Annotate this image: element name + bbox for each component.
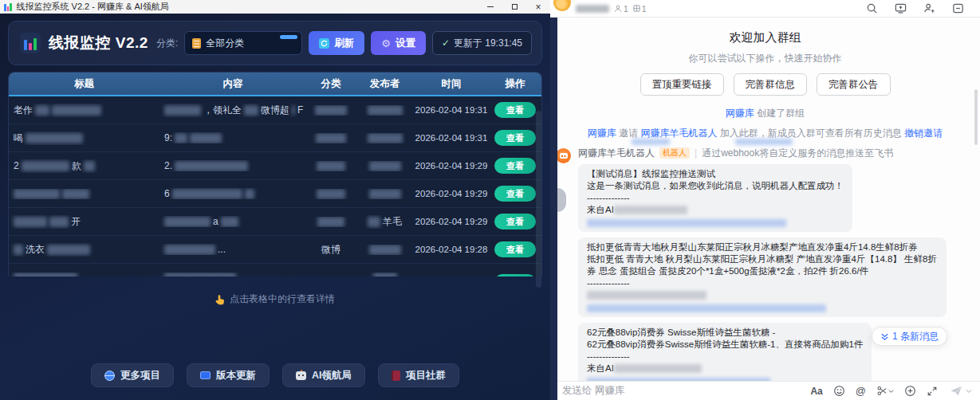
font-style-icon[interactable]: Aa	[810, 386, 822, 397]
message-bubble: 【测试消息】线报监控推送测试这是一条测试消息，如果您收到此消息，说明机器人配置成…	[578, 164, 852, 232]
version-update-button[interactable]: 版本更新	[187, 363, 270, 387]
emoji-icon[interactable]	[833, 385, 845, 397]
last-updated-text: 更新于 19:31:45	[454, 37, 522, 50]
cell-content	[159, 273, 306, 277]
cell-content: 2.	[159, 160, 306, 171]
welcome-action-button[interactable]: 完善群信息	[734, 73, 808, 96]
attach-plus-icon[interactable]	[904, 385, 916, 397]
redacted-text	[14, 245, 23, 255]
bot-avatar[interactable]	[556, 148, 571, 163]
group-avatar[interactable]	[553, 0, 571, 11]
redacted-text	[369, 245, 401, 255]
close-button[interactable]: ×	[526, 0, 550, 14]
column-header: 标题	[9, 73, 159, 95]
minimize-button[interactable]	[478, 0, 502, 14]
text-fragment: 抵扣更低青青大地秋月梨山东莱阳正宗秋月冰糖梨产地直发净重4斤14.8生鲜8折券	[587, 242, 918, 252]
view-button[interactable]: 查看	[494, 214, 536, 229]
table-body: 老作，领礼全微博超F2026-02-04 19:31查看喝9:2026-02-0…	[9, 96, 541, 276]
maximize-button[interactable]	[502, 0, 526, 14]
text-fragment: 62元叠88vip消费券 Swisse斯维诗益生菌软糖 -	[587, 327, 775, 337]
table-scrollbar[interactable]	[536, 111, 541, 288]
cell-category	[306, 161, 356, 171]
welcome-action-button[interactable]: 置顶重要链接	[640, 73, 724, 96]
cell-publisher: 羊毛	[356, 215, 414, 229]
cell-time: 2026-02-04 19:29	[414, 161, 489, 171]
screen-share-icon[interactable]	[895, 2, 907, 14]
system-link[interactable]: 网赚库羊毛机器人	[641, 127, 718, 139]
window-controls: ×	[478, 0, 550, 14]
text-fragment: --------------	[587, 351, 630, 361]
table-row[interactable]: 老作，领礼全微博超F2026-02-04 19:31查看	[9, 96, 541, 124]
table-row[interactable]: 开a羊毛2026-02-04 19:29查看	[9, 208, 541, 236]
chat-header: 1 1	[550, 0, 980, 18]
welcome-action-button[interactable]: 完善群公告	[817, 73, 891, 96]
bubble-line: --------------	[587, 351, 863, 363]
redacted-text	[368, 105, 403, 116]
redacted-patch	[632, 139, 670, 145]
category-select[interactable]: 全部分类	[184, 31, 302, 55]
search-icon[interactable]	[866, 2, 878, 14]
column-header: 内容	[159, 73, 306, 95]
more-projects-button[interactable]: 更多项目	[91, 363, 174, 387]
redacted-text	[22, 161, 69, 171]
settings-button[interactable]: ⚙ 设置	[371, 31, 426, 55]
add-member-icon[interactable]	[923, 2, 935, 14]
table-row[interactable]: 洗衣...微博2026-02-04 19:28查看	[9, 236, 541, 264]
system-text: 邀请	[616, 127, 641, 139]
table-row[interactable]: 喝9:2026-02-04 19:31查看	[9, 124, 541, 152]
welcome-subtitle: 你可以尝试以下操作，快速开始协作	[550, 52, 980, 65]
pointing-hand-icon	[215, 294, 225, 305]
system-link[interactable]: 网赚库	[588, 127, 616, 139]
message-input-placeholder[interactable]: 发送给 网赚库	[562, 384, 624, 398]
bubble-line: 抵扣更低青青大地秋月梨山东莱阳正宗秋月冰糖梨产地直发净重4斤14.8生鲜8折券	[587, 241, 938, 253]
double-chevron-down-icon	[880, 332, 889, 341]
view-button[interactable]: 查看	[494, 241, 536, 257]
category-label: 分类:	[156, 37, 178, 50]
redacted-patch	[735, 139, 793, 145]
redacted-text	[190, 133, 222, 143]
new-message-pill[interactable]: 1 条新消息	[872, 327, 947, 346]
globe-icon	[104, 371, 115, 381]
header-toolbar: 分类: 全部分类 刷新 ⚙ 设置 ✓	[156, 31, 532, 55]
project-community-button[interactable]: 项目社群	[378, 363, 459, 387]
screenshot-scissors-icon[interactable]	[876, 385, 894, 397]
refresh-button[interactable]: 刷新	[309, 31, 364, 55]
column-header: 操作	[489, 73, 541, 95]
view-button[interactable]: 查看	[494, 274, 536, 276]
view-button[interactable]: 查看	[494, 130, 536, 146]
member-count: 1	[624, 4, 628, 14]
cell-title	[9, 273, 159, 277]
table-row[interactable]: 62026-02-04 19:29查看	[9, 180, 541, 208]
mention-icon[interactable]: @	[856, 385, 866, 397]
system-link[interactable]: 网赚库	[726, 108, 754, 119]
cell-publisher	[356, 245, 414, 255]
bubble-line: 【测试消息】线报监控推送测试	[587, 168, 844, 180]
expand-icon[interactable]	[927, 386, 938, 397]
member-count-badge[interactable]: 1	[614, 4, 628, 14]
cell-action: 查看	[489, 158, 541, 174]
view-button[interactable]: 查看	[494, 186, 536, 202]
thread-count-badge[interactable]: 1	[633, 4, 647, 14]
cell-time: 2026-02-04 19:31	[414, 133, 489, 143]
table-row[interactable]: 查看	[9, 264, 541, 276]
view-button[interactable]: 查看	[494, 158, 536, 174]
footer-button-label: AI领航局	[312, 369, 352, 382]
cell-category: 微博	[306, 243, 356, 257]
message-bubble: 62元叠88vip消费券 Swisse斯维诗益生菌软糖 -62元叠88vip消费…	[578, 323, 872, 381]
more-panel-icon[interactable]	[952, 2, 964, 14]
system-link[interactable]: 撤销邀请	[904, 127, 943, 139]
text-fragment: --------------	[587, 193, 630, 202]
send-button[interactable]	[950, 385, 972, 397]
redacted-text	[175, 133, 187, 143]
text-fragment: 洗衣	[26, 243, 45, 257]
view-button[interactable]: 查看	[494, 102, 536, 118]
message-input-bar[interactable]: 发送给 网赚库 Aa @	[550, 381, 980, 400]
ai-bureau-button[interactable]: AI领航局	[282, 363, 365, 387]
system-message-created: 网赚库 创建了群组	[550, 107, 980, 120]
chat-scrollbar[interactable]	[974, 89, 978, 145]
table-row[interactable]: 2款2.2026-02-04 19:29查看	[9, 152, 541, 180]
cell-category	[306, 133, 356, 143]
cell-action: 查看	[489, 265, 541, 276]
redacted-text	[317, 189, 345, 199]
bubble-line: --------------	[587, 192, 844, 204]
